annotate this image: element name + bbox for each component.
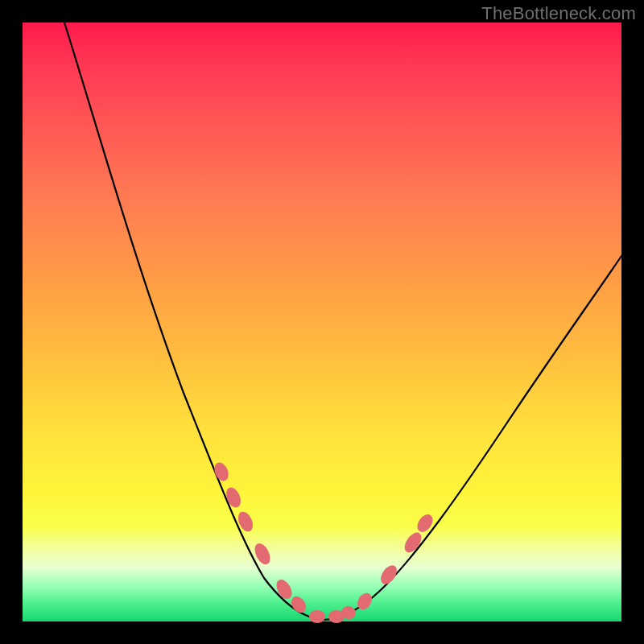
outer-frame: TheBottleneck.com	[0, 0, 644, 644]
bead-point	[378, 563, 400, 587]
bead-point	[235, 510, 255, 534]
curve-right-branch	[322, 256, 621, 620]
bead-point	[309, 610, 325, 623]
curve-left-branch	[64, 23, 322, 620]
bead-point	[401, 530, 424, 555]
watermark-text: TheBottleneck.com	[481, 3, 636, 24]
bead-point	[415, 512, 436, 535]
bead-point	[288, 593, 309, 615]
bead-point	[274, 577, 295, 602]
gradient-plot-area	[23, 23, 621, 621]
curve-overlay	[23, 23, 621, 621]
